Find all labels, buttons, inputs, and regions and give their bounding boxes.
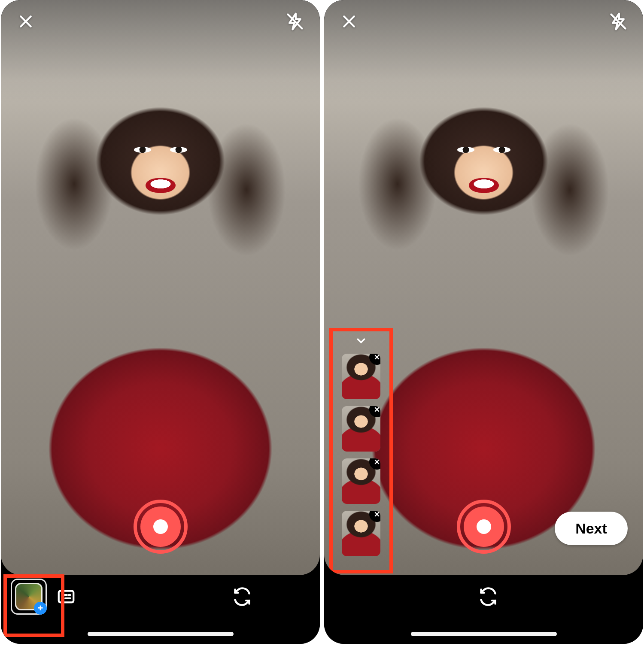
collapse-tray-button[interactable]: chevron-down-icon — [352, 335, 370, 347]
preview-face-eyes — [454, 147, 514, 155]
clip-tray: chevron-down-icon remove-clip-icon — [332, 331, 390, 571]
camera-top-bar: close-icon flash-off-icon — [1, 0, 320, 43]
camera-viewport: close-icon flash-off-icon — [1, 0, 320, 575]
flash-toggle-button[interactable]: flash-off-icon — [607, 10, 629, 33]
close-button[interactable]: close-icon — [15, 10, 37, 33]
tutorial-highlight-gallery — [3, 574, 64, 637]
remove-clip-icon — [374, 459, 380, 465]
chevron-down-icon — [355, 334, 368, 347]
remove-clip-icon — [374, 406, 380, 412]
clip-tray-inner: chevron-down-icon remove-clip-icon — [332, 331, 390, 571]
clip-thumbnail[interactable]: remove-clip-icon — [342, 406, 380, 452]
shutter-dot — [153, 519, 168, 534]
shutter-button[interactable] — [134, 500, 188, 554]
screenshot-canvas: close-icon flash-off-icon — [0, 0, 644, 652]
phone-right: close-icon flash-off-icon chevron-down-i… — [324, 0, 643, 644]
switch-camera-icon — [233, 587, 252, 606]
shutter-dot — [477, 519, 491, 534]
remove-clip-icon — [374, 511, 380, 517]
remove-clip-icon — [374, 354, 380, 360]
preview-face-eyes — [131, 147, 191, 155]
clip-thumbnail[interactable]: remove-clip-icon — [342, 354, 380, 399]
switch-camera-slot: switch-camera-icon — [471, 575, 505, 618]
home-indicator — [88, 632, 234, 636]
next-button-label: Next — [575, 520, 607, 537]
camera-viewport: close-icon flash-off-icon chevron-down-i… — [324, 0, 643, 575]
phone-pair: close-icon flash-off-icon — [0, 0, 644, 644]
close-icon — [340, 13, 358, 30]
bottom-toolbar: switch-camera-icon — [324, 575, 643, 644]
next-button[interactable]: Next — [555, 512, 628, 545]
phone-left: close-icon flash-off-icon — [1, 0, 320, 644]
camera-preview-image — [1, 0, 320, 575]
switch-camera-slot: switch-camera-icon — [225, 575, 259, 618]
clip-thumbnail[interactable]: remove-clip-icon — [342, 511, 380, 556]
switch-camera-icon — [479, 587, 498, 606]
switch-camera-button[interactable]: switch-camera-icon — [231, 585, 253, 608]
preview-face-mouth — [146, 178, 176, 193]
close-button[interactable]: close-icon — [338, 10, 360, 33]
camera-top-bar: close-icon flash-off-icon — [324, 0, 643, 43]
flash-toggle-button[interactable]: flash-off-icon — [284, 10, 306, 33]
shutter-button[interactable] — [457, 500, 511, 554]
switch-camera-button[interactable]: switch-camera-icon — [477, 585, 499, 608]
preview-face-mouth — [469, 178, 499, 193]
home-indicator — [411, 632, 557, 636]
flash-off-icon — [609, 12, 628, 31]
flash-off-icon — [286, 12, 304, 31]
clip-thumbnail[interactable]: remove-clip-icon — [342, 458, 380, 504]
close-icon — [17, 13, 34, 30]
